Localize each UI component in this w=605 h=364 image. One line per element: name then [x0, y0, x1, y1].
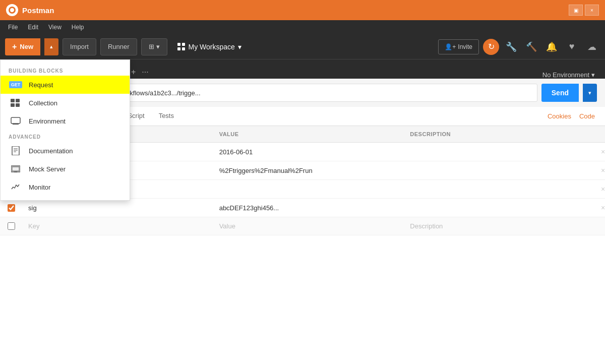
invite-label: Invite — [458, 43, 472, 50]
table-row: sig abcDEF123ghi456... × — [0, 199, 605, 217]
monitor-icon — [9, 182, 23, 192]
dropdown-item-documentation[interactable]: Documentation — [1, 142, 130, 160]
cloud-button[interactable]: ☁ — [584, 39, 600, 55]
dropdown-item-environment[interactable]: Environment — [1, 112, 130, 130]
row1-description[interactable] — [404, 147, 595, 157]
window-restore-btn[interactable]: ▣ — [569, 5, 583, 16]
svg-rect-11 — [12, 167, 19, 171]
window-close-btn[interactable]: × — [585, 5, 599, 16]
row4-checkbox-cell[interactable] — [0, 199, 22, 217]
app-logo — [6, 4, 18, 16]
row4-value[interactable]: abcDEF123ghi456... — [213, 199, 404, 217]
menu-edit[interactable]: Edit — [24, 22, 42, 33]
dropdown-item-request[interactable]: GET Request — [1, 76, 130, 94]
row3-description[interactable] — [404, 184, 595, 194]
workspace-chevron: ▾ — [238, 43, 241, 51]
req-tab-right: Cookies Code — [546, 107, 597, 125]
add-tab-btn[interactable]: + — [129, 66, 138, 79]
svg-rect-1 — [11, 103, 15, 107]
row2-description[interactable] — [404, 165, 595, 175]
environment-selector[interactable]: No Environment ▾ — [536, 71, 601, 79]
invite-icon: 👤+ — [445, 43, 456, 50]
row1-value[interactable]: 2016-06-01 — [213, 143, 404, 161]
row2-value[interactable]: %2Ftriggers%2Fmanual%2Frun — [213, 162, 404, 179]
new-row-delete — [595, 221, 605, 231]
env-label: No Environment — [542, 71, 589, 79]
row4-key[interactable]: sig — [22, 199, 213, 217]
svg-rect-2 — [16, 99, 20, 102]
tab-actions: + ··· — [129, 66, 151, 79]
dropdown-item-monitor[interactable]: Monitor — [1, 178, 130, 196]
new-row-value[interactable]: Value — [213, 217, 404, 235]
title-bar: Postman ▣ × — [0, 0, 605, 20]
table-row-new: Key Value Description — [0, 217, 605, 235]
row2-delete[interactable]: × — [595, 161, 605, 179]
building-blocks-label: BUILDING BLOCKS — [1, 64, 130, 76]
workspace-selector[interactable]: My Workspace ▾ — [171, 40, 248, 54]
svg-rect-0 — [11, 99, 15, 102]
request-label: Request — [29, 81, 53, 89]
new-row-description[interactable]: Description — [404, 217, 595, 235]
workspace-label: My Workspace — [189, 43, 235, 51]
row3-delete[interactable]: × — [595, 180, 605, 198]
svg-rect-3 — [16, 103, 20, 107]
row4-checkbox[interactable] — [8, 204, 15, 212]
svg-rect-12 — [14, 171, 17, 172]
collection-label: Collection — [29, 99, 57, 107]
toolbar-right: 👤+ Invite ↻ 🔧 🔨 🔔 ♥ ☁ — [438, 39, 600, 55]
row4-delete[interactable]: × — [595, 199, 605, 217]
menu-bar: File Edit View Help — [0, 20, 605, 34]
environment-icon — [9, 116, 23, 126]
new-icon: + — [12, 42, 17, 51]
new-row-checkbox[interactable] — [8, 222, 15, 230]
toolbar: + New ▴ Import Runner ⊞ ▾ My Workspace ▾… — [0, 34, 605, 59]
menu-view[interactable]: View — [44, 22, 66, 33]
extra-arrow: ▾ — [156, 43, 160, 50]
send-button[interactable]: Send — [541, 84, 579, 102]
code-link[interactable]: Code — [577, 107, 597, 125]
new-button[interactable]: + New — [5, 38, 40, 55]
dropdown-item-mock-server[interactable]: Mock Server — [1, 160, 130, 178]
svg-rect-5 — [13, 124, 19, 125]
app-title: Postman — [22, 6, 54, 15]
notification-button[interactable]: 🔔 — [543, 39, 560, 55]
settings-button[interactable]: 🔨 — [523, 39, 539, 55]
new-label: New — [20, 43, 33, 50]
advanced-label: ADVANCED — [1, 130, 130, 142]
menu-file[interactable]: File — [4, 22, 22, 33]
cookies-link[interactable]: Cookies — [546, 107, 573, 125]
documentation-icon — [9, 146, 23, 156]
window-controls: ▣ × — [569, 5, 599, 16]
workspace-icon — [177, 43, 186, 51]
more-tabs-btn[interactable]: ··· — [140, 66, 150, 79]
new-row-key[interactable]: Key — [22, 217, 213, 235]
svg-rect-4 — [11, 117, 20, 124]
import-button[interactable]: Import — [63, 38, 96, 55]
new-dropdown-menu: BUILDING BLOCKS GET Request Collection — [0, 59, 130, 201]
bug-button[interactable]: 🔧 — [503, 39, 519, 55]
invite-button[interactable]: 👤+ Invite — [438, 39, 479, 54]
mock-server-icon — [9, 164, 23, 174]
svg-rect-6 — [12, 146, 19, 155]
get-tag: GET — [9, 80, 23, 90]
col-actions — [595, 126, 605, 142]
menu-help[interactable]: Help — [68, 22, 88, 33]
row4-description[interactable] — [404, 203, 595, 213]
monitor-label: Monitor — [29, 184, 50, 191]
dropdown-item-collection[interactable]: Collection — [1, 94, 130, 112]
send-arrow-btn[interactable]: ▾ — [583, 84, 597, 102]
row3-value[interactable] — [213, 184, 404, 194]
environment-label: Environment — [29, 117, 66, 125]
collection-icon — [9, 98, 23, 108]
new-row-checkbox-cell — [0, 217, 22, 235]
new-dropdown-arrow[interactable]: ▴ — [44, 38, 58, 55]
plus-icon: ⊞ — [149, 43, 154, 50]
extra-button[interactable]: ⊞ ▾ — [141, 38, 167, 55]
sync-button[interactable]: ↻ — [483, 39, 499, 55]
row1-delete[interactable]: × — [595, 143, 605, 161]
col-value: VALUE — [213, 126, 404, 142]
heart-button[interactable]: ♥ — [564, 39, 580, 55]
runner-button[interactable]: Runner — [100, 38, 137, 55]
main-area: BUILDING BLOCKS GET Request Collection — [0, 59, 605, 364]
req-tab-tests[interactable]: Tests — [152, 107, 181, 126]
